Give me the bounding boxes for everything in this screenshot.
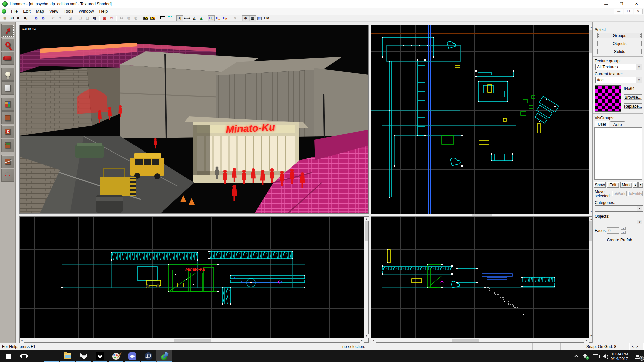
hammer-icon[interactable] bbox=[156, 350, 172, 362]
current-texture-dropdown[interactable]: /toc▼ bbox=[595, 77, 642, 83]
cut-button[interactable]: ✄ bbox=[118, 15, 125, 21]
models-toggle-button[interactable]: ◮ bbox=[198, 15, 205, 21]
color-mod-button[interactable]: CM bbox=[263, 15, 270, 21]
camera-tool[interactable] bbox=[1, 52, 14, 65]
mdi-minimize-button[interactable]: — bbox=[614, 9, 623, 14]
copy-button[interactable]: ⎘ bbox=[125, 15, 132, 21]
faces-input[interactable]: 0 bbox=[607, 227, 619, 234]
snap-both-button[interactable]: ⇤⇥ bbox=[183, 15, 191, 21]
edge-icon[interactable] bbox=[44, 350, 60, 362]
carve-button[interactable]: ◪ bbox=[67, 15, 74, 21]
scroll-right-arrow[interactable]: ► bbox=[360, 338, 364, 343]
viewport-2d-top[interactable]: ▲ ▼ ◄ ► bbox=[371, 25, 593, 218]
texture-lock-button[interactable] bbox=[142, 15, 149, 21]
browse-button[interactable]: Browse... bbox=[624, 94, 642, 100]
objects-dropdown[interactable]: ▼ bbox=[595, 219, 643, 225]
helpers-toggle-button[interactable]: ◭ bbox=[191, 15, 198, 21]
menu-map[interactable]: Map bbox=[33, 8, 47, 14]
group-button[interactable]: ❐ bbox=[77, 15, 84, 21]
steam-icon[interactable] bbox=[140, 350, 156, 362]
chevron-down-icon[interactable]: ▼ bbox=[637, 220, 642, 224]
scroll-left-arrow[interactable]: ◄ bbox=[371, 338, 376, 343]
viewport-2d-side[interactable]: ▲ ▼ ◄ ► bbox=[371, 216, 593, 343]
paste-button[interactable]: ⎗ bbox=[132, 15, 139, 21]
clipping-tool[interactable] bbox=[1, 155, 14, 168]
front-view-horizontal-scrollbar[interactable]: ◄ ► bbox=[20, 338, 364, 342]
select-by-handles-button[interactable] bbox=[159, 15, 166, 21]
vertex-tool[interactable] bbox=[1, 169, 14, 182]
categories-dropdown[interactable]: ▼ bbox=[595, 205, 643, 212]
undo-button[interactable]: ↶ bbox=[50, 15, 57, 21]
hide-selected-button[interactable]: ▣ bbox=[101, 15, 108, 21]
smaller-grid-button[interactable]: #− bbox=[15, 15, 22, 21]
maximize-button[interactable]: ❐ bbox=[614, 0, 629, 8]
apply-overlays-tool[interactable] bbox=[1, 139, 14, 152]
save-window-state-button[interactable]: ⧉ bbox=[40, 15, 47, 21]
displacement-solid-mask-button[interactable]: Do bbox=[208, 15, 215, 21]
create-prefab-button[interactable]: Create Prefab bbox=[601, 237, 638, 243]
snap-left-button[interactable]: +| bbox=[176, 15, 183, 21]
tab-visgroups-user[interactable]: User bbox=[595, 121, 609, 127]
start-button[interactable] bbox=[0, 350, 16, 362]
move-toentity-button[interactable]: toEntity bbox=[628, 191, 643, 196]
mdi-restore-button[interactable]: ❐ bbox=[624, 9, 633, 14]
select-groups-button[interactable]: Groups bbox=[597, 33, 642, 38]
faces-spin-down[interactable]: ▼ bbox=[621, 231, 626, 234]
apply-decals-tool[interactable] bbox=[1, 125, 14, 138]
close-button[interactable]: ✕ bbox=[629, 0, 644, 8]
side-view-horizontal-scrollbar[interactable]: ◄ ► bbox=[371, 338, 589, 342]
hide-unselected-button[interactable]: □ bbox=[108, 15, 115, 21]
sprites-toggle-button[interactable]: ✳ bbox=[232, 15, 239, 21]
faces-spin-up[interactable]: ▲ bbox=[621, 227, 626, 230]
chevron-down-icon[interactable]: ▼ bbox=[636, 77, 642, 83]
file-explorer-icon[interactable] bbox=[60, 350, 76, 362]
entity-tool[interactable] bbox=[1, 68, 14, 81]
load-window-state-button[interactable]: ⧉ bbox=[33, 15, 40, 21]
visgroup-edit-button[interactable]: Edit bbox=[607, 182, 619, 188]
scroll-up-arrow[interactable]: ▲ bbox=[364, 217, 369, 221]
taskbar-clock[interactable]: 10:34 PM 9/14/2017 bbox=[608, 352, 631, 361]
displacement-buildable-mask-button[interactable]: DB bbox=[222, 15, 229, 21]
auto-selection-button[interactable] bbox=[166, 15, 173, 21]
displacement-walkable-mask-button[interactable]: Dw bbox=[215, 15, 222, 21]
move-toworld-button[interactable]: toWorld bbox=[612, 191, 627, 196]
menu-view[interactable]: View bbox=[47, 8, 61, 14]
menu-tools[interactable]: Tools bbox=[61, 8, 76, 14]
paint-palette-icon[interactable] bbox=[108, 350, 124, 362]
discord-icon[interactable] bbox=[124, 350, 140, 362]
block-tool[interactable] bbox=[1, 81, 14, 95]
sync-status-icon[interactable] bbox=[580, 350, 590, 362]
texture-scaling-lock-button[interactable] bbox=[149, 15, 156, 21]
replace-button[interactable]: Replace... bbox=[624, 103, 642, 109]
texture-group-dropdown[interactable]: All Textures▼ bbox=[595, 64, 642, 70]
toggle-texture-application-tool[interactable] bbox=[1, 98, 14, 111]
volume-icon[interactable] bbox=[601, 350, 608, 362]
larger-grid-button[interactable]: #+ bbox=[22, 15, 30, 21]
menu-edit[interactable]: Edit bbox=[20, 8, 33, 14]
foobar2000-icon[interactable] bbox=[76, 350, 92, 362]
menu-file[interactable]: File bbox=[8, 8, 20, 14]
toggle-grid-button[interactable]: ⊞ bbox=[1, 15, 8, 21]
action-center-button[interactable]: 2 bbox=[631, 350, 644, 362]
viewport-2d-front[interactable]: Minato-Ku ▲ ▼ ◄ ► bbox=[19, 216, 369, 343]
viewport-3d-camera[interactable]: camera bbox=[19, 25, 369, 214]
ungroup-button[interactable]: ❏ bbox=[84, 15, 91, 21]
scroll-down-arrow[interactable]: ▼ bbox=[364, 334, 369, 338]
tab-visgroups-auto[interactable]: Auto bbox=[610, 121, 625, 127]
tray-chevron-up-icon[interactable] bbox=[573, 350, 580, 362]
move-down-button[interactable]: ▼ bbox=[638, 182, 643, 188]
ignore-groups-button[interactable]: ig bbox=[91, 15, 98, 21]
visgroups-list[interactable] bbox=[594, 127, 642, 180]
scroll-left-arrow[interactable]: ◄ bbox=[20, 338, 24, 343]
task-view-button[interactable] bbox=[16, 350, 32, 362]
visgroup-show-button[interactable]: Show bbox=[594, 182, 606, 188]
menu-window[interactable]: Window bbox=[76, 8, 96, 14]
radius-culling-button[interactable]: ⊕ bbox=[242, 15, 249, 21]
select-objects-button[interactable]: Objects bbox=[597, 41, 642, 46]
fade-distance-button[interactable] bbox=[256, 15, 263, 21]
cat-controller-icon[interactable] bbox=[92, 350, 108, 362]
front-view-vertical-scrollbar[interactable]: ▲ ▼ bbox=[364, 217, 368, 338]
move-up-button[interactable]: ▲ bbox=[633, 182, 638, 188]
magnify-tool[interactable] bbox=[1, 38, 14, 51]
select-solids-button[interactable]: Solids bbox=[597, 49, 642, 54]
